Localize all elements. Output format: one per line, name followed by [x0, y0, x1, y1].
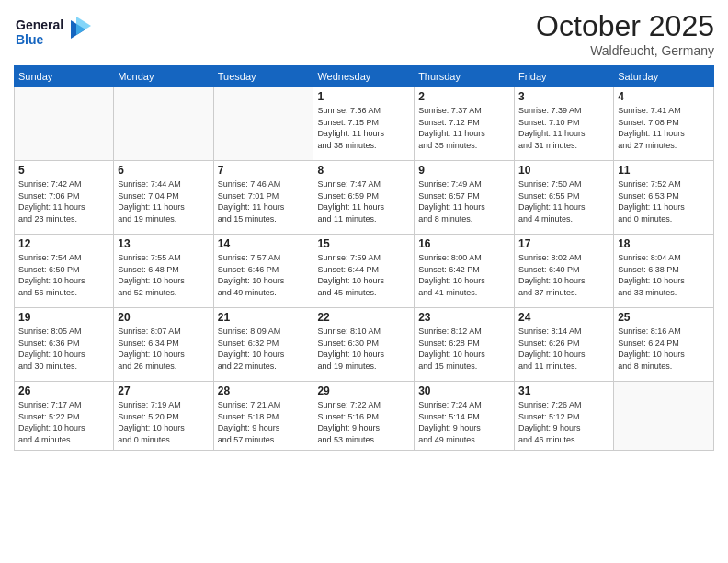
calendar-cell: 8Sunrise: 7:47 AM Sunset: 6:59 PM Daylig…	[313, 161, 415, 235]
svg-text:General: General	[16, 17, 63, 32]
calendar-cell: 28Sunrise: 7:21 AM Sunset: 5:18 PM Dayli…	[213, 382, 313, 451]
calendar-cell: 5Sunrise: 7:42 AM Sunset: 7:06 PM Daylig…	[15, 161, 114, 235]
day-number: 9	[418, 164, 510, 177]
calendar-cell: 13Sunrise: 7:55 AM Sunset: 6:48 PM Dayli…	[114, 235, 213, 308]
day-info: Sunrise: 7:49 AM Sunset: 6:57 PM Dayligh…	[418, 178, 510, 224]
page-container: General Blue October 2025 Waldfeucht, Ge…	[0, 0, 728, 455]
day-number: 7	[218, 164, 310, 177]
day-info: Sunrise: 7:54 AM Sunset: 6:50 PM Dayligh…	[18, 252, 109, 298]
calendar-cell: 2Sunrise: 7:37 AM Sunset: 7:12 PM Daylig…	[415, 87, 515, 161]
week-row-5: 26Sunrise: 7:17 AM Sunset: 5:22 PM Dayli…	[15, 382, 714, 451]
day-info: Sunrise: 7:44 AM Sunset: 7:04 PM Dayligh…	[118, 178, 209, 224]
day-info: Sunrise: 7:47 AM Sunset: 6:59 PM Dayligh…	[317, 178, 410, 224]
day-number: 15	[317, 237, 410, 250]
calendar-cell: 24Sunrise: 8:14 AM Sunset: 6:26 PM Dayli…	[515, 308, 614, 382]
weekday-header-monday: Monday	[114, 66, 213, 87]
weekday-header-sunday: Sunday	[15, 66, 114, 87]
day-info: Sunrise: 7:50 AM Sunset: 6:55 PM Dayligh…	[518, 178, 609, 224]
day-number: 25	[618, 311, 710, 324]
day-info: Sunrise: 7:59 AM Sunset: 6:44 PM Dayligh…	[317, 252, 410, 298]
day-info: Sunrise: 7:52 AM Sunset: 6:53 PM Dayligh…	[618, 178, 710, 224]
week-row-3: 12Sunrise: 7:54 AM Sunset: 6:50 PM Dayli…	[15, 235, 714, 308]
day-info: Sunrise: 8:09 AM Sunset: 6:32 PM Dayligh…	[218, 326, 310, 372]
day-number: 3	[518, 90, 609, 103]
weekday-header-wednesday: Wednesday	[313, 66, 415, 87]
day-number: 16	[418, 237, 510, 250]
calendar-cell: 23Sunrise: 8:12 AM Sunset: 6:28 PM Dayli…	[415, 308, 515, 382]
day-info: Sunrise: 8:05 AM Sunset: 6:36 PM Dayligh…	[18, 326, 109, 372]
day-number: 31	[518, 385, 609, 397]
header: General Blue October 2025 Waldfeucht, Ge…	[14, 9, 714, 58]
day-number: 27	[118, 385, 209, 397]
day-number: 6	[118, 164, 209, 177]
day-number: 12	[18, 237, 109, 250]
calendar-cell: 6Sunrise: 7:44 AM Sunset: 7:04 PM Daylig…	[114, 161, 213, 235]
day-number: 4	[618, 90, 710, 103]
calendar-cell	[213, 87, 313, 161]
day-number: 11	[618, 164, 710, 177]
day-info: Sunrise: 7:24 AM Sunset: 5:14 PM Dayligh…	[418, 399, 510, 445]
weekday-header-tuesday: Tuesday	[213, 66, 313, 87]
day-number: 17	[518, 237, 609, 250]
calendar-table: SundayMondayTuesdayWednesdayThursdayFrid…	[14, 65, 714, 451]
calendar-cell: 14Sunrise: 7:57 AM Sunset: 6:46 PM Dayli…	[213, 235, 313, 308]
day-number: 21	[218, 311, 310, 324]
calendar-cell: 17Sunrise: 8:02 AM Sunset: 6:40 PM Dayli…	[515, 235, 614, 308]
svg-text:Blue: Blue	[16, 32, 44, 47]
location-subtitle: Waldfeucht, Germany	[536, 43, 714, 58]
day-info: Sunrise: 7:39 AM Sunset: 7:10 PM Dayligh…	[518, 105, 609, 151]
day-info: Sunrise: 7:22 AM Sunset: 5:16 PM Dayligh…	[317, 399, 410, 445]
calendar-cell: 9Sunrise: 7:49 AM Sunset: 6:57 PM Daylig…	[415, 161, 515, 235]
day-number: 5	[18, 164, 109, 177]
day-number: 24	[518, 311, 609, 324]
weekday-header-thursday: Thursday	[415, 66, 515, 87]
day-number: 10	[518, 164, 609, 177]
calendar-cell: 21Sunrise: 8:09 AM Sunset: 6:32 PM Dayli…	[213, 308, 313, 382]
day-number: 30	[418, 385, 510, 397]
calendar-cell: 11Sunrise: 7:52 AM Sunset: 6:53 PM Dayli…	[614, 161, 714, 235]
week-row-4: 19Sunrise: 8:05 AM Sunset: 6:36 PM Dayli…	[15, 308, 714, 382]
month-title: October 2025	[536, 9, 714, 43]
day-number: 20	[118, 311, 209, 324]
day-info: Sunrise: 8:04 AM Sunset: 6:38 PM Dayligh…	[618, 252, 710, 298]
day-info: Sunrise: 7:26 AM Sunset: 5:12 PM Dayligh…	[518, 399, 609, 445]
day-info: Sunrise: 7:57 AM Sunset: 6:46 PM Dayligh…	[218, 252, 310, 298]
day-info: Sunrise: 7:55 AM Sunset: 6:48 PM Dayligh…	[118, 252, 209, 298]
day-number: 26	[18, 385, 109, 397]
calendar-cell: 29Sunrise: 7:22 AM Sunset: 5:16 PM Dayli…	[313, 382, 415, 451]
calendar-cell: 26Sunrise: 7:17 AM Sunset: 5:22 PM Dayli…	[15, 382, 114, 451]
day-info: Sunrise: 8:10 AM Sunset: 6:30 PM Dayligh…	[317, 326, 410, 372]
calendar-cell: 4Sunrise: 7:41 AM Sunset: 7:08 PM Daylig…	[614, 87, 714, 161]
day-number: 18	[618, 237, 710, 250]
weekday-header-row: SundayMondayTuesdayWednesdayThursdayFrid…	[15, 66, 714, 87]
calendar-cell: 31Sunrise: 7:26 AM Sunset: 5:12 PM Dayli…	[515, 382, 614, 451]
day-info: Sunrise: 8:14 AM Sunset: 6:26 PM Dayligh…	[518, 326, 609, 372]
day-info: Sunrise: 7:19 AM Sunset: 5:20 PM Dayligh…	[118, 399, 209, 445]
weekday-header-saturday: Saturday	[614, 66, 714, 87]
day-number: 8	[317, 164, 410, 177]
day-number: 23	[418, 311, 510, 324]
calendar-cell: 10Sunrise: 7:50 AM Sunset: 6:55 PM Dayli…	[515, 161, 614, 235]
calendar-cell: 7Sunrise: 7:46 AM Sunset: 7:01 PM Daylig…	[213, 161, 313, 235]
day-number: 29	[317, 385, 410, 397]
calendar-cell: 16Sunrise: 8:00 AM Sunset: 6:42 PM Dayli…	[415, 235, 515, 308]
day-info: Sunrise: 7:21 AM Sunset: 5:18 PM Dayligh…	[218, 399, 310, 445]
calendar-cell: 12Sunrise: 7:54 AM Sunset: 6:50 PM Dayli…	[15, 235, 114, 308]
calendar-cell	[114, 87, 213, 161]
day-number: 2	[418, 90, 510, 103]
day-info: Sunrise: 8:12 AM Sunset: 6:28 PM Dayligh…	[418, 326, 510, 372]
day-info: Sunrise: 7:46 AM Sunset: 7:01 PM Dayligh…	[218, 178, 310, 224]
calendar-cell	[614, 382, 714, 451]
week-row-2: 5Sunrise: 7:42 AM Sunset: 7:06 PM Daylig…	[15, 161, 714, 235]
calendar-cell: 20Sunrise: 8:07 AM Sunset: 6:34 PM Dayli…	[114, 308, 213, 382]
day-info: Sunrise: 7:36 AM Sunset: 7:15 PM Dayligh…	[317, 105, 410, 151]
day-number: 28	[218, 385, 310, 397]
logo: General Blue	[14, 13, 97, 58]
day-info: Sunrise: 7:17 AM Sunset: 5:22 PM Dayligh…	[18, 399, 109, 445]
day-number: 19	[18, 311, 109, 324]
weekday-header-friday: Friday	[515, 66, 614, 87]
day-info: Sunrise: 7:42 AM Sunset: 7:06 PM Dayligh…	[18, 178, 109, 224]
day-info: Sunrise: 8:16 AM Sunset: 6:24 PM Dayligh…	[618, 326, 710, 372]
day-number: 1	[317, 90, 410, 103]
calendar-cell: 27Sunrise: 7:19 AM Sunset: 5:20 PM Dayli…	[114, 382, 213, 451]
